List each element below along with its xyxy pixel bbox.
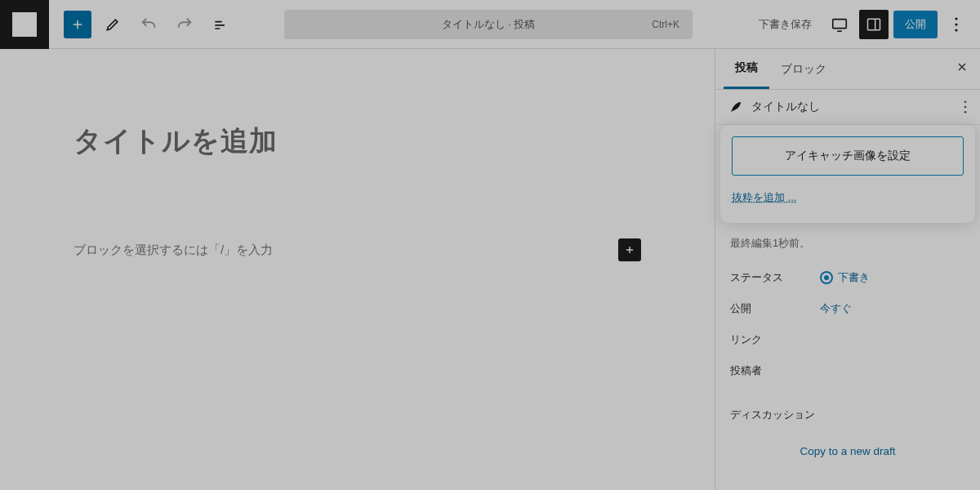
site-logo-button[interactable] xyxy=(0,0,49,49)
settings-panel-toggle[interactable] xyxy=(859,10,889,39)
preview-button[interactable] xyxy=(825,10,854,39)
link-label: リンク xyxy=(730,332,820,347)
svg-point-7 xyxy=(964,111,967,114)
svg-point-3 xyxy=(955,23,957,25)
discussion-label: ディスカッション xyxy=(730,408,815,422)
undo-button[interactable] xyxy=(134,10,163,39)
save-draft-button[interactable]: 下書き保存 xyxy=(751,12,820,37)
more-options-button[interactable] xyxy=(942,10,970,39)
plus-icon xyxy=(624,244,635,256)
set-featured-image-button[interactable]: アイキャッチ画像を設定 xyxy=(732,136,964,176)
author-label: 投稿者 xyxy=(730,363,820,378)
copy-to-new-draft-link[interactable]: Copy to a new draft xyxy=(715,430,980,472)
undo-icon xyxy=(140,16,158,33)
tab-post[interactable]: 投稿 xyxy=(724,49,769,89)
discussion-row: ディスカッション xyxy=(730,399,965,430)
post-summary-actions[interactable] xyxy=(964,100,967,114)
link-row: リンク xyxy=(730,324,965,355)
svg-point-2 xyxy=(955,17,957,20)
sidebar-tabs: 投稿 ブロック xyxy=(715,49,980,90)
kebab-icon xyxy=(955,17,958,32)
pencil-icon xyxy=(105,16,121,33)
block-placeholder-text[interactable]: ブロックを選択するには「/」を入力 xyxy=(74,243,273,258)
tab-block[interactable]: ブロック xyxy=(769,51,838,88)
post-type-icon xyxy=(728,100,743,114)
status-value-button[interactable]: 下書き xyxy=(820,270,870,285)
feather-icon xyxy=(728,100,743,114)
status-value-text: 下書き xyxy=(838,270,870,285)
publish-label: 公開 xyxy=(730,301,820,316)
editor-canvas[interactable]: タイトルを追加 ブロックを選択するには「/」を入力 xyxy=(0,49,715,490)
inline-add-block-button[interactable] xyxy=(618,238,641,261)
status-label: ステータス xyxy=(730,270,820,285)
site-logo-icon xyxy=(12,12,37,37)
status-row: ステータス 下書き xyxy=(730,262,965,293)
desktop-icon xyxy=(831,16,849,33)
add-excerpt-link[interactable]: 抜粋を追加 ... xyxy=(732,190,796,205)
close-sidebar-button[interactable] xyxy=(956,60,969,74)
post-summary-row: タイトルなし xyxy=(715,90,980,125)
top-toolbar: タイトルなし · 投稿 Ctrl+K 下書き保存 公開 xyxy=(0,0,980,49)
toolbar-right-group: 下書き保存 公開 xyxy=(751,10,980,39)
list-icon xyxy=(212,16,229,33)
featured-image-panel: アイキャッチ画像を設定 抜粋を追加 ... xyxy=(720,125,975,223)
svg-rect-1 xyxy=(868,19,880,29)
post-summary-title: タイトルなし xyxy=(751,100,820,114)
status-dot-icon xyxy=(820,271,833,284)
add-block-button[interactable] xyxy=(64,11,91,38)
command-shortcut-label: Ctrl+K xyxy=(652,19,679,30)
kebab-icon xyxy=(964,100,967,114)
redo-button[interactable] xyxy=(170,10,199,39)
toolbar-left-group xyxy=(49,10,235,39)
document-overview-button[interactable] xyxy=(206,10,235,39)
edit-tools-button[interactable] xyxy=(98,10,127,39)
publish-row: 公開 今すぐ xyxy=(730,293,965,324)
last-edited-text: 最終編集1秒前。 xyxy=(730,231,965,262)
post-meta-section: 最終編集1秒前。 ステータス 下書き 公開 今すぐ リンク 投稿者 ディスカッシ… xyxy=(715,223,980,430)
close-icon xyxy=(956,60,969,74)
document-title-bar[interactable]: タイトルなし · 投稿 Ctrl+K xyxy=(284,10,693,39)
svg-point-4 xyxy=(955,29,957,31)
svg-point-5 xyxy=(964,100,967,103)
plus-icon xyxy=(70,17,85,32)
svg-point-6 xyxy=(964,106,967,109)
document-title-text: タイトルなし · 投稿 xyxy=(442,17,536,32)
post-title-input[interactable]: タイトルを追加 xyxy=(74,122,641,160)
settings-sidebar: 投稿 ブロック タイトルなし アイキャッチ画像を設定 抜粋を追加 ... 最終編… xyxy=(715,49,980,490)
publish-value-button[interactable]: 今すぐ xyxy=(820,301,852,316)
publish-button[interactable]: 公開 xyxy=(893,11,938,38)
sidebar-icon xyxy=(866,16,882,33)
redo-icon xyxy=(176,16,194,33)
svg-rect-0 xyxy=(833,19,847,28)
empty-block-row: ブロックを選択するには「/」を入力 xyxy=(74,238,641,261)
author-row: 投稿者 xyxy=(730,355,965,386)
publish-value-text: 今すぐ xyxy=(820,301,852,316)
